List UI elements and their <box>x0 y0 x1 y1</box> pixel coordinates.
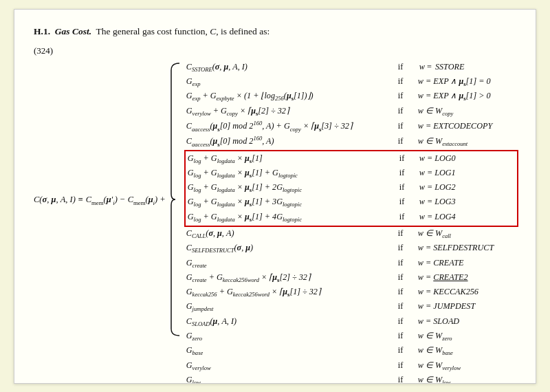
big-brace <box>170 62 181 337</box>
case-row: Gkeccak256 + Gkeccak256word × ⌈μs[1] ÷ 3… <box>186 285 516 300</box>
case-row: Glog + Glogdata × μs[1] if w = LOG0 <box>188 152 515 166</box>
case-row: Gzero if w ∈ Wzero <box>186 329 516 344</box>
case-row: Glog + Glogdata × μs[1] + 2Glogtopic if … <box>188 181 515 195</box>
case-row: Gexp if w = EXP ∧ μs[1] = 0 <box>186 75 516 89</box>
case-row: Caaccess(μs[0] mod 2160, A) + Gcopy × ⌈μ… <box>186 119 516 134</box>
case-row: Gcreate + Gkeccak256word × ⌈μs[2] ÷ 32⌉ … <box>186 271 516 285</box>
lhs: C(σ, μ, A, I) ≡ Cmem(μ′i) − Cmem(μi) + <box>34 61 170 206</box>
case-row: CCALL(σ, μ, A) if w ∈ Wcall <box>186 227 516 241</box>
case-row: CSSTORE(σ, μ, A, I) if w = SSTORE <box>186 61 516 75</box>
case-row: Glog + Glogdata × μs[1] + 3Glogtopic if … <box>188 195 515 210</box>
cases-column: CSSTORE(σ, μ, A, I) if w = SSTORE Gexp i… <box>181 61 516 384</box>
case-row: Glog + Glogdata × μs[1] + 4Glogtopic if … <box>188 210 515 225</box>
case-row: Gexp + Gexpbyte × (1 + ⌊log256(μs[1])⌋) … <box>186 89 516 104</box>
main-page: H.1. Gas Cost. The general gas cost func… <box>14 9 536 384</box>
case-row: Caaccess(μs[0] mod 2160, A) if w ∈ Wexta… <box>186 134 516 149</box>
case-row: Glog + Glogdata × μs[1] + Glogtopic if w… <box>188 166 515 181</box>
case-row: Gjumpdest if w = JUMPDEST <box>186 300 516 314</box>
section-header: H.1. Gas Cost. The general gas cost func… <box>34 25 516 39</box>
case-row: Gbase if w ∈ Wbase <box>186 344 516 358</box>
case-row: Gverylow if w ∈ Wverylow <box>186 359 516 373</box>
case-row: Gcreate if w = CREATE <box>186 257 516 271</box>
log-highlight-box: Glog + Glogdata × μs[1] if w = LOG0 Glog… <box>184 150 518 227</box>
case-row: Gverylow + Gcopy × ⌈μs[2] ÷ 32⌉ if w ∈ W… <box>186 105 516 119</box>
case-row: CSELFDESTRUCT(σ, μ) if w = SELFDESTRUCT <box>186 241 516 256</box>
equation-number: (324) <box>34 45 516 56</box>
main-equation: C(σ, μ, A, I) ≡ Cmem(μ′i) − Cmem(μi) + C… <box>34 61 516 384</box>
case-row: CSLOAD(μ, A, I) if w = SLOAD <box>186 315 516 329</box>
section-label: H.1. Gas Cost. <box>34 26 91 36</box>
case-row: Glow if w ∈ Wlow <box>186 373 516 384</box>
